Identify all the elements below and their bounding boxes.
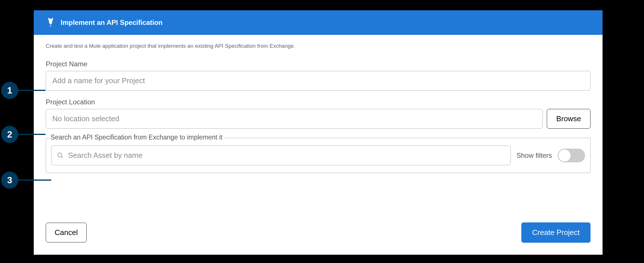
callout-badge: 1: [1, 82, 18, 99]
dialog-description: Create and test a Mule application proje…: [46, 43, 591, 49]
create-project-button[interactable]: Create Project: [521, 222, 591, 243]
project-name-label: Project Name: [46, 60, 591, 68]
show-filters-label: Show filters: [516, 152, 552, 160]
dialog: Implement an API Specification Create an…: [34, 10, 603, 255]
search-row: Show filters: [51, 146, 585, 165]
dialog-title: Implement an API Specification: [61, 19, 163, 27]
toggle-knob: [558, 150, 571, 162]
project-name-group: Project Name: [46, 60, 591, 91]
project-location-label: Project Location: [46, 98, 591, 106]
callout-line: [18, 90, 45, 91]
browse-button[interactable]: Browse: [547, 109, 591, 129]
project-location-input[interactable]: [46, 109, 543, 129]
project-location-group: Project Location Browse: [46, 98, 591, 129]
callout-3: 3: [1, 172, 51, 189]
cancel-button[interactable]: Cancel: [46, 223, 87, 242]
search-fieldset-legend: Search an API Specification from Exchang…: [49, 134, 224, 141]
search-fieldset: Search an API Specification from Exchang…: [46, 138, 591, 173]
callout-badge: 2: [1, 126, 18, 143]
project-name-input[interactable]: [46, 71, 591, 91]
location-row: Browse: [46, 109, 591, 129]
dialog-content: Create and test a Mule application proje…: [34, 35, 603, 222]
search-input[interactable]: [51, 146, 511, 165]
callout-line: [18, 180, 51, 181]
callout-line: [18, 134, 45, 135]
dialog-header: Implement an API Specification: [34, 10, 603, 35]
search-wrapper: [51, 146, 511, 165]
callout-2: 2: [1, 126, 45, 143]
callout-1: 1: [1, 82, 45, 99]
show-filters-toggle[interactable]: [558, 149, 585, 162]
mule-icon: [46, 17, 55, 28]
callout-badge: 3: [1, 172, 18, 189]
dialog-footer: Cancel Create Project: [34, 222, 603, 255]
